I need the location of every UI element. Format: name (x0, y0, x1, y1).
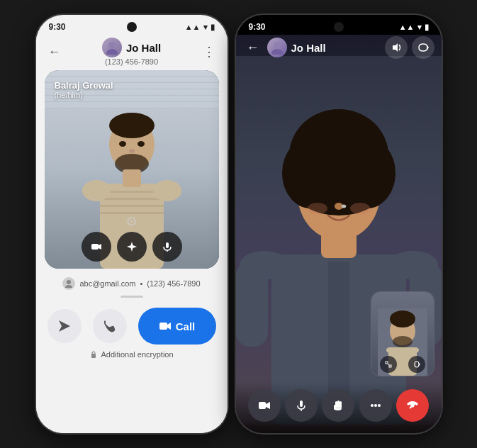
svg-rect-65 (337, 401, 339, 408)
svg-point-14 (82, 180, 111, 201)
call-button[interactable]: Call (138, 308, 216, 345)
svg-point-0 (108, 42, 116, 49)
svg-point-37 (347, 191, 355, 198)
mic-icon-left (162, 241, 173, 252)
svg-marker-58 (393, 43, 398, 52)
send-icon (57, 319, 72, 333)
notch-right (334, 22, 344, 32)
contact-avatar-left (102, 38, 122, 57)
more-ctrl-btn[interactable] (359, 389, 392, 422)
svg-marker-18 (127, 242, 137, 252)
video-btn-left[interactable] (82, 232, 111, 262)
phone-icon (103, 319, 117, 333)
svg-point-7 (129, 149, 135, 153)
svg-point-68 (371, 404, 374, 407)
svg-rect-19 (166, 242, 169, 248)
pip-overlay-btns (371, 356, 434, 373)
contact-name-header: Jo Hall (102, 38, 161, 57)
contact-name-left: Jo Hall (126, 42, 161, 54)
right-phone: 9:30 ▲▲ ▾ ▮ (236, 15, 442, 433)
notch-left (127, 22, 137, 32)
hand-icon-ctrl (332, 399, 344, 412)
woman-figure-area (236, 56, 442, 433)
svg-point-40 (308, 203, 327, 214)
status-icons-left: ▲▲ ▾ ▮ (185, 23, 215, 32)
dot-divider (36, 296, 228, 298)
flip-camera-button-right[interactable] (412, 36, 434, 59)
flip-camera-icon (417, 42, 429, 53)
svg-rect-24 (159, 323, 167, 330)
signal-icon-right: ▲▲ (399, 23, 415, 31)
sparkle-btn-left[interactable] (117, 232, 147, 262)
shield-icon: ⊙ (126, 213, 137, 229)
mic-btn-left[interactable] (152, 232, 182, 262)
main-video-bg (236, 35, 442, 433)
svg-rect-62 (300, 401, 303, 407)
video-preview-left: Balraj Grewal (he/him) (45, 70, 219, 269)
svg-point-41 (350, 203, 370, 214)
wifi-icon-right: ▾ (417, 23, 422, 32)
mic-ctrl-btn[interactable] (285, 389, 318, 422)
speaker-button-right[interactable] (385, 36, 408, 59)
phone-button[interactable] (93, 309, 127, 343)
hand-ctrl-btn[interactable] (322, 389, 354, 422)
right-avatar (267, 38, 287, 57)
end-call-icon (405, 398, 420, 413)
more-button-left[interactable]: ⋮ (199, 42, 219, 62)
svg-point-36 (322, 191, 331, 198)
pip-video (371, 291, 434, 376)
callee-name-overlay: Balraj Grewal (he/him) (55, 80, 113, 99)
more-icon-ctrl (369, 399, 382, 412)
avatar-face-icon (105, 40, 119, 55)
sparkle-icon (126, 241, 138, 252)
right-contact-name: Jo Hall (291, 42, 381, 54)
right-content: ← Jo Hall (236, 35, 442, 433)
lock-icon (89, 350, 98, 359)
svg-rect-13 (123, 169, 141, 187)
call-header-left: ← Jo Hall (123) 456-7890 ⋮ (36, 35, 228, 70)
back-button-left[interactable]: ← (45, 42, 64, 62)
encryption-bar: Additional encryption (36, 350, 228, 359)
video-call-icon (159, 320, 172, 332)
svg-rect-51 (386, 347, 419, 353)
svg-rect-10 (100, 198, 164, 200)
svg-marker-17 (99, 244, 101, 250)
svg-point-69 (374, 404, 377, 407)
svg-point-57 (271, 49, 283, 55)
call-action-row: Call (36, 308, 228, 345)
switch-camera-icon (413, 361, 420, 368)
contact-info-left: Jo Hall (123) 456-7890 (102, 38, 161, 66)
pip-expand-btn[interactable] (380, 356, 397, 373)
svg-marker-23 (59, 320, 70, 332)
right-control-row (246, 389, 432, 422)
svg-marker-59 (427, 45, 429, 50)
svg-point-5 (119, 141, 126, 147)
svg-point-21 (67, 280, 71, 284)
right-bottom-controls (236, 382, 442, 433)
time-right: 9:30 (249, 22, 266, 32)
pip-switch-btn[interactable] (408, 356, 425, 373)
contact-separator: • (140, 279, 142, 288)
left-content: ← Jo Hall (123) 456-7890 ⋮ (36, 35, 228, 433)
svg-point-48 (390, 310, 415, 327)
svg-marker-55 (419, 363, 420, 366)
account-icon (64, 279, 73, 288)
status-icons-right: ▲▲ ▾ ▮ (399, 23, 429, 32)
svg-rect-16 (91, 244, 99, 250)
end-call-btn[interactable] (396, 389, 429, 422)
contact-number-left: (123) 456-7890 (105, 57, 158, 66)
time-left: 9:30 (49, 22, 66, 32)
send-button[interactable] (47, 309, 82, 343)
video-icon-ctrl (258, 399, 271, 412)
svg-point-49 (393, 336, 413, 347)
video-action-row (82, 232, 182, 262)
video-ctrl-btn[interactable] (248, 389, 281, 422)
battery-icon-left: ▮ (211, 23, 215, 32)
avatar-icon-right (270, 40, 284, 55)
contact-phone-detail: (123) 456-7890 (147, 279, 200, 288)
svg-rect-66 (339, 401, 342, 408)
main-video (236, 35, 442, 433)
back-button-right[interactable]: ← (243, 38, 263, 57)
svg-point-56 (274, 42, 281, 49)
svg-rect-44 (236, 262, 268, 347)
